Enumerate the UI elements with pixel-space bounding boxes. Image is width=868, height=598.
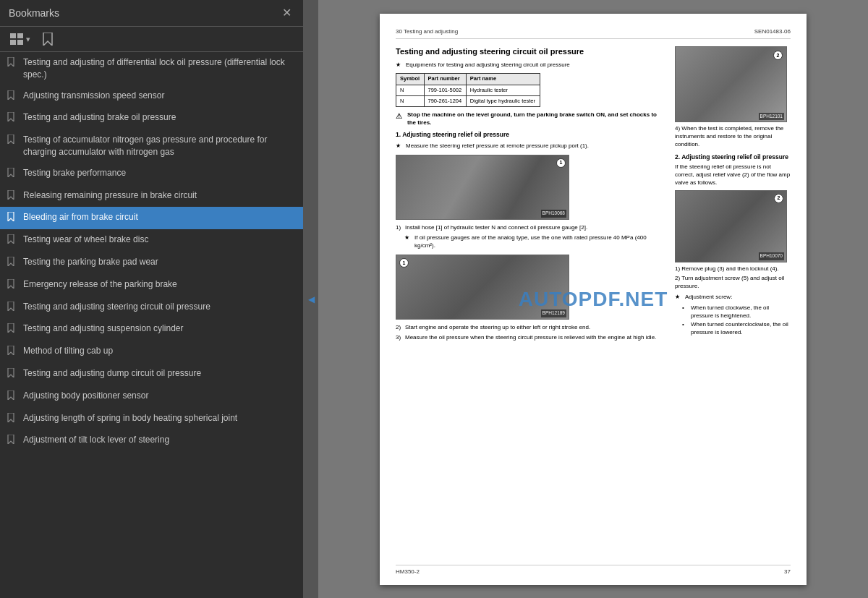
svg-rect-1 — [17, 33, 23, 38]
bookmark-icon-14 — [7, 368, 17, 381]
svg-rect-2 — [10, 40, 16, 45]
svg-marker-11 — [8, 212, 14, 221]
bookmark-text-10: Emergency release of the parking brake — [23, 278, 296, 291]
bookmark-icon-3 — [7, 112, 17, 125]
bookmark-item-17[interactable]: Adjustment of tilt lock lever of steerin… — [0, 430, 303, 452]
sidebar: Bookmarks ✕ ▾ Testing and adjusting of d… — [0, 0, 304, 598]
svg-marker-5 — [8, 57, 14, 67]
bookmark-item-2[interactable]: Adjusting transmission speed sensor — [0, 85, 303, 108]
thumbnail-view-button[interactable]: ▾ — [7, 32, 33, 46]
bookmark-item-7[interactable]: Bleeding air from brake circuit — [0, 207, 303, 229]
star-text: Equipments for testing and adjusting ste… — [406, 61, 570, 69]
photo1-num-1: 1 — [556, 158, 566, 168]
warning-box: ⚠ Stop the machine on the level ground, … — [396, 111, 666, 127]
bookmark-item-4[interactable]: Testing of accumulator nitrogen gas pres… — [0, 129, 303, 163]
bookmark-item-14[interactable]: Testing and adjusting dump circuit oil p… — [0, 363, 303, 385]
bookmark-item-5[interactable]: Testing brake performance — [0, 163, 303, 185]
close-icon[interactable]: ✕ — [279, 6, 294, 20]
svg-marker-15 — [8, 302, 14, 311]
section2-text: If the steering relief oil pressure is n… — [675, 163, 791, 187]
bookmark-text-5: Testing brake performance — [23, 167, 296, 179]
bookmark-text-4: Testing of accumulator nitrogen gas pres… — [23, 134, 296, 158]
table-cell-0-1: 799-101-5002 — [424, 85, 466, 95]
step-3-item-2: 3) Measure the oil pressure when the ste… — [396, 334, 666, 342]
right-step2-text: 2) Turn adjustment screw (5) and adjust … — [675, 275, 791, 291]
bookmark-text-2: Adjusting transmission speed sensor — [23, 90, 296, 102]
section1-star-text: Measure the steering relief pressure at … — [406, 142, 589, 150]
bookmark-text-8: Testing wear of wheel brake disc — [23, 234, 296, 246]
bookmark-item-9[interactable]: Testing the parking brake pad wear — [0, 252, 303, 274]
bookmark-text-3: Testing and adjusting brake oil pressure — [23, 111, 296, 124]
svg-marker-7 — [8, 112, 14, 121]
bookmark-item-13[interactable]: Method of tilting cab up — [0, 341, 303, 363]
bookmark-icon-15 — [7, 390, 17, 403]
svg-marker-4 — [43, 33, 52, 46]
section1-star: Measure the steering relief pressure at … — [396, 142, 666, 150]
sidebar-header: Bookmarks ✕ — [0, 0, 303, 27]
photo2-label: BPH12189 — [541, 309, 566, 317]
bookmark-icon-11 — [7, 302, 17, 315]
bookmark-text-17: Adjustment of tilt lock lever of steerin… — [23, 434, 296, 446]
sidebar-title: Bookmarks — [9, 7, 59, 19]
table-header-symbol: Symbol — [396, 74, 425, 85]
right-step-2: 2) Turn adjustment screw (5) and adjust … — [675, 275, 791, 291]
bookmark-icon-1 — [7, 57, 17, 70]
svg-marker-9 — [8, 168, 14, 177]
bookmark-text-11: Testing and adjusting steering circuit o… — [23, 301, 296, 313]
footer-right: 37 — [784, 568, 791, 576]
page-footer: HM350-2 37 — [396, 565, 791, 576]
bookmark-icon-5 — [7, 168, 17, 181]
bookmark-item-10[interactable]: Emergency release of the parking brake — [0, 274, 303, 296]
table-cell-0-2: Hydraulic tester — [466, 85, 540, 95]
table-header-partname: Part name — [466, 74, 540, 85]
right-step-1: 1) Remove plug (3) and then locknut (4). — [675, 265, 791, 273]
bookmark-icon-16 — [7, 413, 17, 426]
page-header-right: SEN01483-06 — [754, 28, 791, 36]
bookmark-text-9: Testing the parking brake pad wear — [23, 256, 296, 268]
right-item4-text: 4) When the test is completed, remove th… — [675, 125, 791, 148]
step2-star-text: If oil pressure gauges are of the analog… — [414, 234, 666, 250]
svg-marker-17 — [8, 346, 14, 355]
table-cell-1-0: N — [396, 95, 425, 106]
bookmark-toggle-button[interactable] — [39, 31, 56, 47]
svg-marker-13 — [8, 257, 14, 266]
bookmarks-list: Testing and adjusting of differential lo… — [0, 52, 303, 598]
bookmark-item-15[interactable]: Adjusting body positioner sensor — [0, 385, 303, 408]
bookmark-icon-6 — [7, 190, 17, 203]
bookmark-item-6[interactable]: Releasing remaining pressure in brake ci… — [0, 185, 303, 208]
bookmark-text-15: Adjusting body positioner sensor — [23, 390, 296, 402]
bookmark-icon-9 — [7, 257, 17, 270]
main-title: Testing and adjusting steering circuit o… — [396, 46, 666, 56]
bookmark-text-1: Testing and adjusting of differential lo… — [23, 56, 296, 81]
bookmark-item-8[interactable]: Testing wear of wheel brake disc — [0, 229, 303, 252]
right-photo1-label: BPH12101 — [759, 113, 784, 121]
photo2-num-1: 1 — [399, 258, 409, 268]
step3-text-1: Start engine and operate the steering up… — [405, 324, 590, 332]
bookmark-text-13: Method of tilting cab up — [23, 345, 296, 357]
bookmark-item-16[interactable]: Adjusting length of spring in body heati… — [0, 408, 303, 430]
main-content: 30 Testing and adjusting SEN01483-06 Tes… — [318, 0, 868, 598]
resize-handle[interactable] — [304, 0, 318, 598]
bookmark-item-1[interactable]: Testing and adjusting of differential lo… — [0, 52, 303, 85]
table-cell-1-1: 790-261-1204 — [424, 95, 466, 106]
bookmark-item-3[interactable]: Testing and adjusting brake oil pressure — [0, 107, 303, 129]
step2-text-1: Install hose [1] of hydraulic tester N a… — [405, 224, 587, 232]
step-3-item-1: 2) Start engine and operate the steering… — [396, 324, 666, 332]
right-bullet-1: When turned clockwise, the oil pressure … — [682, 304, 791, 320]
svg-rect-3 — [17, 40, 23, 45]
right-bullet1-text: When turned clockwise, the oil pressure … — [691, 304, 791, 320]
svg-marker-20 — [8, 413, 14, 422]
right-photo2-label: BPH10070 — [759, 252, 784, 260]
right-bullet-2: When turned counterclockwise, the oil pr… — [682, 321, 791, 337]
svg-marker-6 — [8, 90, 14, 100]
section1-heading: 1. Adjusting steering relief oil pressur… — [396, 131, 666, 139]
footer-left: HM350-2 — [396, 568, 420, 576]
bookmark-text-12: Testing and adjusting suspension cylinde… — [23, 323, 296, 335]
page-header-left: 30 Testing and adjusting — [396, 28, 458, 36]
parts-table: Symbol Part number Part name N799-101-50… — [396, 73, 540, 106]
table-header-partnumber: Part number — [424, 74, 466, 85]
bookmark-item-12[interactable]: Testing and adjusting suspension cylinde… — [0, 318, 303, 341]
page-layout: Testing and adjusting steering circuit o… — [396, 46, 791, 343]
sidebar-toolbar: ▾ — [0, 27, 303, 52]
bookmark-item-11[interactable]: Testing and adjusting steering circuit o… — [0, 296, 303, 319]
